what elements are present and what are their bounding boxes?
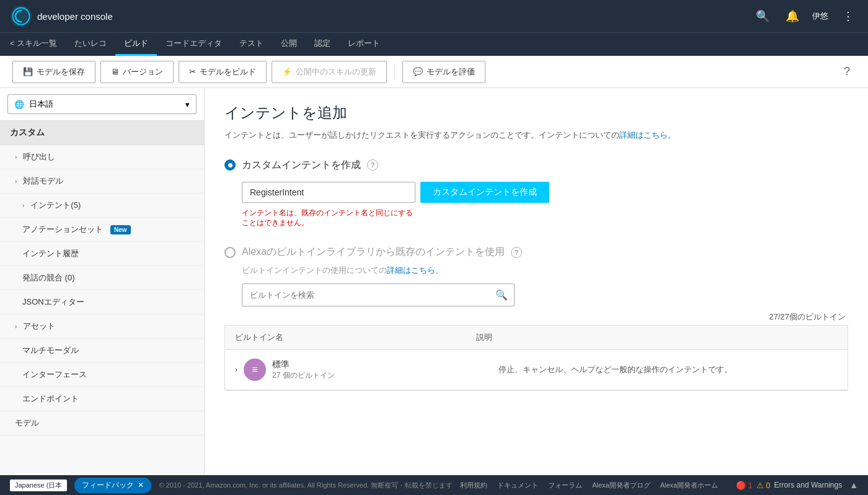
evaluate-model-button[interactable]: 💬 モデルを評価 [402,61,485,83]
svg-point-0 [11,6,32,27]
version-label: バージョン [123,66,163,78]
footer-link-blog[interactable]: Alexa開発者ブログ [592,481,650,490]
footer-link-docs[interactable]: ドキュメント [497,481,538,490]
builtin-search-button[interactable]: 🔍 [489,284,514,306]
evaluate-model-label: モデルを評価 [427,66,475,78]
publish-skill-label: 公開中のスキルの更新 [296,66,376,78]
row-icon: ≡ [244,359,266,381]
more-menu-btn[interactable]: ⋮ [838,6,858,26]
warning-badge: ⚠ 0 [756,481,771,490]
nav-item-taireco[interactable]: たいレコ [66,33,115,56]
error-badge: 🔴 1 [736,481,753,490]
nav-icons: 🔍 🔔 伊悠 ⋮ [753,6,858,26]
sidebar-item-model[interactable]: モデル [0,411,204,435]
row-name: 標準 [272,359,498,370]
main-layout: 🌐 日本語 ▾ カスタム › 呼び出し › 対話モデル › インテント(5) ア… [0,88,868,495]
builtin-intent-radio[interactable] [224,247,236,258]
row-expand-icon: › [235,365,237,374]
footer-link-terms[interactable]: 利用規約 [460,481,487,490]
feedback-button[interactable]: フィードバック ✕ [74,478,151,493]
sidebar-item-invocation[interactable]: › 呼び出し [0,145,204,169]
notification-icon-btn[interactable]: 🔔 [782,6,802,26]
sidebar-item-label: マルチモーダル [22,345,79,356]
sidebar-item-multimodal[interactable]: マルチモーダル [0,339,204,363]
nav-item-report[interactable]: レポート [339,33,389,56]
intent-name-input[interactable] [242,182,415,203]
back-to-skills[interactable]: < スキル一覧 [10,33,63,56]
sidebar-item-endpoint[interactable]: エンドポイント [0,387,204,411]
sidebar-item-assets[interactable]: › アセット [0,314,204,339]
sidebar-item-utterance-conflict[interactable]: 発話の競合 (0) [0,266,204,290]
sidebar-item-intent-history[interactable]: インテント履歴 [0,242,204,266]
main-content: インテントを追加 インテントとは、ユーザーが話しかけたリクエストを実行するアクシ… [205,88,868,495]
app-title: developer console [37,11,113,22]
sub-navigation: < スキル一覧 たいレコ ビルド コードエディタ テスト 公開 認定 レポート [0,32,868,56]
version-icon: 🖥 [111,67,119,76]
description-link[interactable]: 詳細はこちら [619,130,668,140]
builtin-table: ビルトイン名 説明 › ≡ 標準 27 個のビルトイン 停止、キャンセル、ヘルプ… [224,325,848,391]
sidebar-section-header: カスタム [0,121,204,145]
custom-intent-section: カスタムインテントを作成 ? カスタムインテントを作成 インテント名は、既存のイ… [224,159,848,229]
footer-links: 利用規約 ドキュメント フォーラム Alexa開発者ブログ Alexa開発者ホー… [460,481,718,490]
toolbar-help-button[interactable]: ? [838,63,856,81]
builtin-desc: ビルトインインテントの使用についての詳細はこちら。 [242,265,848,276]
search-icon-btn[interactable]: 🔍 [753,6,773,26]
bottom-bar: Japanese (日本 フィードバック ✕ © 2010 - 2021, Am… [0,475,868,495]
expand-errors-icon[interactable]: ▲ [849,480,858,490]
new-badge: New [110,225,131,234]
sidebar: 🌐 日本語 ▾ カスタム › 呼び出し › 対話モデル › インテント(5) ア… [0,88,205,495]
sidebar-item-interface[interactable]: インターフェース [0,363,204,387]
footer-copyright: © 2010 - 2021, Amazon.com, Inc. or its a… [159,481,453,490]
custom-intent-help-icon[interactable]: ? [367,159,378,171]
sidebar-item-label: アノテーションセット [22,224,103,235]
builtin-desc-link[interactable]: 詳細はこちら [387,265,435,275]
custom-intent-header: カスタムインテントを作成 ? [224,159,848,172]
footer-link-forum[interactable]: フォーラム [548,481,582,490]
nav-item-publish[interactable]: 公開 [272,33,306,56]
nav-item-build[interactable]: ビルド [115,33,157,56]
feedback-label: フィードバック [82,480,134,491]
sidebar-item-dialog-model[interactable]: › 対話モデル [0,169,204,194]
version-button[interactable]: 🖥 バージョン [100,61,174,83]
publish-icon: ⚡ [282,67,292,76]
footer-link-home[interactable]: Alexa開発者ホーム [660,481,719,490]
errors-label: Errors and Warnings [774,481,843,489]
page-description: インテントとは、ユーザーが話しかけたリクエストを実行するアクションのことです。イ… [224,129,848,141]
sidebar-item-intents[interactable]: › インテント(5) [0,194,204,218]
nav-item-code-editor[interactable]: コードエディタ [157,33,231,56]
row-description: 停止、キャンセル、ヘルプなど一般的な操作のインテントです。 [498,364,838,375]
column-header-name: ビルトイン名 [235,332,476,343]
feedback-close-icon[interactable]: ✕ [138,481,144,489]
column-header-desc: 説明 [476,332,838,343]
sidebar-item-json-editor[interactable]: JSONエディター [0,290,204,314]
chevron-icon: › [22,202,24,209]
table-row[interactable]: › ≡ 標準 27 個のビルトイン 停止、キャンセル、ヘルプなど一般的な操作のイ… [225,350,848,390]
publish-skill-button[interactable]: ⚡ 公開中のスキルの更新 [272,61,387,83]
sidebar-item-annotation[interactable]: アノテーションセット New [0,218,204,242]
sidebar-item-label: モデル [15,417,39,429]
builtin-intent-header: Alexaのビルトインライブラリから既存のインテントを使用 ? [224,246,848,259]
builtin-intent-help-icon[interactable]: ? [511,247,522,258]
save-model-button[interactable]: 💾 モデルを保存 [12,61,95,83]
custom-intent-radio[interactable] [224,159,236,171]
sidebar-item-label: 呼び出し [23,151,55,163]
language-select-dropdown[interactable]: 🌐 日本語 ▾ [7,94,197,114]
create-custom-intent-button[interactable]: カスタムインテントを作成 [420,182,549,203]
row-sub: 27 個のビルトイン [272,370,498,381]
language-tag: Japanese (日本 [10,479,67,491]
sidebar-item-label: エンドポイント [22,393,79,404]
save-model-label: モデルを保存 [37,66,85,78]
nav-item-test[interactable]: テスト [231,33,272,56]
builtin-search-input[interactable] [242,285,489,305]
custom-intent-radio-label: カスタムインテントを作成 [242,159,361,172]
nav-item-certify[interactable]: 認定 [306,33,339,56]
errors-warnings-section: 🔴 1 ⚠ 0 Errors and Warnings [736,481,842,490]
alexa-logo[interactable]: developer console [10,5,113,27]
build-model-button[interactable]: ✂ モデルをビルド [179,61,267,83]
user-menu[interactable]: 伊悠 [812,11,828,22]
evaluate-icon: 💬 [413,67,423,76]
build-model-label: モデルをビルド [200,66,256,78]
chevron-icon: › [15,178,17,185]
builtin-count: 27/27個のビルトイン [224,311,848,323]
sidebar-item-label: JSONエディター [22,297,84,308]
